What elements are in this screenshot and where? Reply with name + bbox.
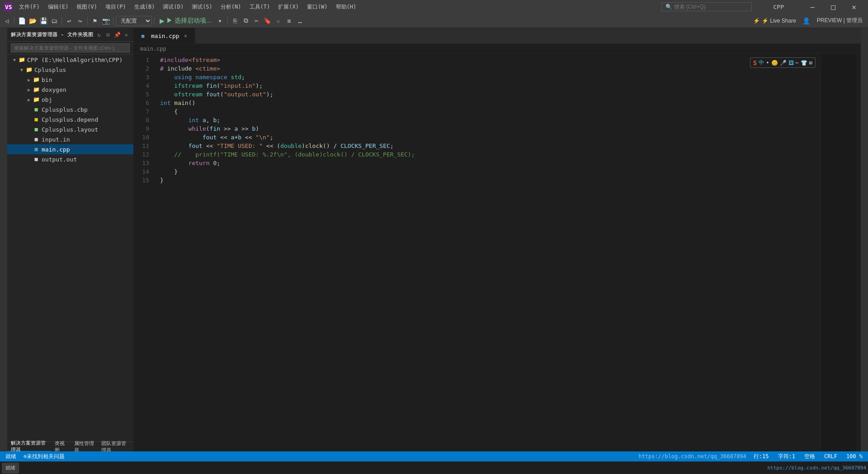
sidebar-search — [7, 42, 133, 55]
code-content[interactable]: □#include<fstream># include <ctime> usin… — [156, 54, 820, 451]
status-col[interactable]: 字符:1 — [776, 451, 797, 461]
search-input[interactable] — [674, 4, 737, 10]
tree-item-depend[interactable]: ■ Cplusplus.depend — [7, 114, 133, 124]
tree-item-doxygen[interactable]: ▶ 📁 doxygen — [7, 85, 133, 95]
toolbar-new-btn[interactable]: 📄 — [17, 16, 27, 26]
minimize-button[interactable]: — — [802, 0, 823, 14]
status-indent[interactable]: 空格 — [802, 451, 817, 461]
code-line: int a, b; — [160, 116, 820, 124]
sidebar-pin-btn[interactable]: 📌 — [113, 31, 121, 38]
code-line: // printf("TIME USED: %.2f\n", (double)c… — [160, 150, 820, 159]
sidebar-search-input[interactable] — [11, 43, 130, 52]
title-search-box[interactable]: 🔍 — [661, 2, 752, 11]
tab-close-btn[interactable]: ✕ — [182, 32, 189, 39]
menu-view[interactable]: 视图(V) — [73, 2, 101, 12]
tree-item-layout[interactable]: ■ Cplusplus.layout — [7, 124, 133, 134]
editor-scrollbar[interactable] — [856, 54, 861, 451]
toolbar-open-btn[interactable]: 📂 — [28, 16, 38, 26]
toolbar-format-btn[interactable]: ≡ — [284, 16, 294, 26]
close-button[interactable]: ✕ — [844, 0, 864, 14]
toolbar-cut-btn[interactable]: ✂ — [252, 16, 262, 26]
sidebar-tree: ▼ 📁 CPP (E:\HelloAlgorithm\CPP) ▼ 📁 Cplu… — [7, 55, 133, 441]
status-eol[interactable]: CRLF — [822, 451, 839, 461]
sidebar-tab-explorer[interactable]: 解决方案资源管理器 — [7, 442, 51, 451]
code-token — [199, 116, 203, 124]
tree-item-obj[interactable]: ▶ 📁 obj — [7, 95, 133, 104]
code-token: ; — [217, 159, 220, 167]
toolbar-save-btn[interactable]: 💾 — [38, 16, 48, 26]
menu-file[interactable]: 文件(F) — [15, 2, 43, 12]
toolbar-copy-btn[interactable]: ⎘ — [230, 16, 240, 26]
editor-tab-main-cpp[interactable]: ■ main.cpp ✕ — [134, 28, 195, 43]
taskbar-ready-btn[interactable]: 就绪 — [2, 463, 19, 474]
code-token: fout — [206, 90, 220, 99]
menu-tools[interactable]: 工具(T) — [246, 2, 274, 12]
tree-root[interactable]: ▼ 📁 CPP (E:\HelloAlgorithm\CPP) — [7, 55, 133, 65]
toolbar-star-btn[interactable]: ☆ — [274, 16, 283, 26]
code-line: □int main() — [160, 99, 820, 107]
code-editor[interactable]: S 中 • 😊 🎤 🖼 ✂ 👕 ⊞ 123456789101112131415 … — [134, 54, 861, 451]
toolbar-paste-btn[interactable]: ⧉ — [241, 16, 251, 26]
code-line: fout << "TIME USED: " << (double)clock()… — [160, 142, 820, 150]
toolbar-bookmark2-btn[interactable]: 🔖 — [263, 16, 273, 26]
taskbar-link[interactable]: https://blog.csdn.net/qq_36607894 — [767, 465, 866, 471]
toolbar-cam-btn[interactable]: 📷 — [101, 16, 111, 26]
menu-build[interactable]: 生成(B) — [131, 2, 159, 12]
cpp-file-icon: ■ — [33, 146, 40, 153]
sidebar-close-btn[interactable]: ✕ — [123, 31, 130, 38]
sidebar-tab-team[interactable]: 团队资源管理器 — [98, 442, 133, 451]
status-zoom[interactable]: 100 % — [844, 451, 864, 461]
toolbar-redo-btn[interactable]: ↪ — [75, 16, 85, 26]
sidebar-sync-btn[interactable]: ↻ — [95, 31, 103, 38]
status-col-label: 字符:1 — [778, 453, 795, 460]
tree-item-main-cpp[interactable]: ■ main.cpp — [7, 144, 133, 154]
run-button[interactable]: ▶ ▶ 选择启动项... — [157, 16, 214, 26]
live-share-button[interactable]: ⚡ ⚡ Live Share — [750, 17, 800, 25]
code-token — [160, 116, 189, 124]
preview-button[interactable]: PREVIEW | 管理员 — [813, 16, 866, 25]
code-line: } — [160, 176, 820, 185]
tree-item-input[interactable]: ■ input.in — [7, 134, 133, 144]
code-token: b — [213, 116, 217, 124]
sidebar-tab-properties[interactable]: 属性管理器 — [71, 442, 98, 451]
preview-label: PREVIEW | 管理员 — [817, 17, 863, 24]
menu-debug[interactable]: 调试(D) — [159, 2, 187, 12]
toolbar-more-btn[interactable]: … — [295, 16, 305, 26]
code-token: ); — [266, 90, 274, 99]
tree-item-output[interactable]: ■ output.out — [7, 154, 133, 164]
status-row[interactable]: 行:15 — [752, 451, 771, 461]
tree-item-cplusplus[interactable]: ▼ 📁 Cplusplus — [7, 65, 133, 75]
status-branch[interactable]: 就绪 — [4, 451, 18, 461]
menu-help[interactable]: 帮助(H) — [332, 2, 360, 12]
toolbar-saveall-btn[interactable]: 🗂 — [49, 16, 59, 26]
menu-test[interactable]: 测试(S) — [188, 2, 216, 12]
obj-label: obj — [42, 96, 133, 103]
menu-analyze[interactable]: 分析(N) — [217, 2, 245, 12]
sidebar-actions: ↻ ⊟ 📌 ✕ — [95, 31, 130, 38]
menu-window[interactable]: 窗口(W) — [303, 2, 331, 12]
breadcrumb-file: main.cpp — [140, 46, 166, 52]
line-number: 2 — [134, 64, 153, 73]
toolbar-account-btn[interactable]: 👤 — [802, 16, 811, 26]
toolbar-run-extra-btn[interactable]: ▾ — [215, 16, 225, 26]
menu-project[interactable]: 项目(P) — [102, 2, 130, 12]
code-token: << ( — [263, 142, 280, 150]
tree-item-bin[interactable]: ▶ 📁 bin — [7, 75, 133, 85]
maximize-button[interactable]: □ — [823, 0, 844, 14]
menu-extensions[interactable]: 扩展(X) — [274, 2, 302, 12]
status-encoding-indicator[interactable]: ⊙ 未找到相关问题 — [22, 451, 66, 461]
cbp-label: Cplusplus.cbp — [42, 106, 133, 113]
toolbar-undo-btn[interactable]: ↩ — [64, 16, 74, 26]
toolbar-bookmark-btn[interactable]: ⚑ — [90, 16, 100, 26]
title-bar: VS 文件(F) 编辑(E) 视图(V) 项目(P) 生成(B) 调试(D) 测… — [0, 0, 868, 14]
code-token: ( — [217, 81, 220, 90]
config-dropdown[interactable]: 无配置 — [116, 16, 152, 26]
sogou-toolbar: S 中 • 😊 🎤 🖼 ✂ 👕 ⊞ — [750, 57, 816, 68]
tree-item-cbp[interactable]: ■ Cplusplus.cbp — [7, 104, 133, 114]
code-token: CLOCKS_PER_SEC — [340, 142, 390, 150]
status-link[interactable]: https://blog.csdn.net/qq_36607894 — [638, 453, 746, 460]
menu-edit[interactable]: 编辑(E) — [44, 2, 72, 12]
sidebar-tab-classview[interactable]: 类视图 — [51, 442, 71, 451]
sidebar-collapse-btn[interactable]: ⊟ — [104, 31, 112, 38]
toolbar-back-btn[interactable]: ◁ — [2, 16, 12, 26]
